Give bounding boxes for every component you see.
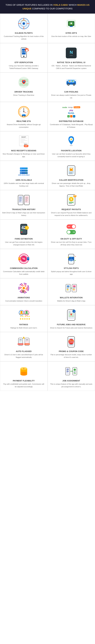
svg-rect-202 — [67, 371, 69, 372]
svg-point-101 — [74, 195, 75, 196]
location-desc: User can set their location's as favouri… — [50, 153, 93, 158]
ratings-icon: ★★ ★★★ ★★★★★ — [17, 308, 31, 322]
database-title: DISTRIBUTED DATABASE — [59, 120, 83, 122]
history-desc: Both Driver's App & Rider's App can see … — [2, 212, 45, 216]
database-desc: Combination of 3 Database, Node-Mongodb … — [50, 123, 93, 128]
svg-text:$: $ — [26, 227, 27, 229]
caller-title: CALLER IDENTIFICATION — [59, 179, 83, 181]
feature-commission: % COMMISSION CALCULATION Commission Calc… — [0, 249, 48, 278]
receipt-desc: Nice Receipt's Designs for Bookings on U… — [2, 153, 45, 158]
svg-rect-16 — [22, 50, 24, 51]
caller-desc: Driver can see passenger details like pi… — [50, 182, 93, 187]
svg-point-33 — [23, 82, 24, 83]
svg-text:★: ★ — [67, 256, 69, 258]
svg-point-2 — [23, 22, 25, 25]
svg-rect-91 — [25, 200, 27, 200]
svg-rect-203 — [67, 372, 68, 372]
history-icon — [17, 193, 31, 207]
svg-point-206 — [74, 369, 76, 371]
native-icon: N CMS — [64, 46, 78, 60]
svg-rect-207 — [74, 372, 76, 372]
carpool-desc: Driver can always switch between Car poo… — [50, 94, 93, 99]
svg-rect-18 — [22, 52, 24, 53]
gyro-desc: Give the best motion of the vehicle on m… — [51, 35, 91, 38]
commission-desc: Commission Calculation with automaticall… — [2, 270, 45, 275]
database-icon: node mongo firebase php MySQL N F M — [64, 105, 78, 119]
svg-text:%: % — [69, 339, 71, 341]
feature-ratings: ★★ ★★★ ★★★★★ RATINGS Ratings for Both Dr… — [0, 305, 48, 332]
svg-rect-167 — [20, 340, 22, 341]
commission-icon-el: % — [17, 252, 31, 266]
tracking-icon — [17, 76, 31, 89]
svg-point-160 — [70, 314, 72, 315]
svg-rect-98 — [69, 202, 73, 203]
carpool-title: CAR POOLING — [64, 91, 78, 93]
header-text-3: COMPARED TO OUR COMPETITORS — [32, 7, 73, 10]
svg-rect-133 — [67, 286, 69, 286]
native-title: NATIVE TECH & MATERIAL UI — [57, 62, 85, 64]
svg-text:%: % — [73, 341, 74, 343]
svg-point-60 — [70, 145, 73, 146]
feature-stylish-pop: ! ★ ★ ★ STYLISH POP'S Stylish popup and … — [48, 249, 95, 278]
feature-on-off-duty: OFF ON ON-DUTY & OFF-DUTY Driver can tur… — [48, 220, 95, 249]
svg-point-129 — [23, 287, 25, 289]
svg-point-66 — [26, 170, 27, 171]
feature-future-jobs: FUTURE JOBS AND RESERVE Driver to Search… — [48, 305, 95, 332]
svg-rect-114 — [18, 257, 21, 260]
svg-rect-142 — [73, 288, 75, 288]
duty-desc: Driver can turn him self On-Duty to acce… — [50, 241, 93, 246]
header-text-2: WHICH — [68, 4, 77, 6]
flagged-title: AUTO FLAGGED — [16, 350, 32, 352]
svg-point-57 — [22, 116, 23, 117]
header-banner: TONS OF GREAT FEATURES INCLUDED IN VOILA… — [0, 0, 95, 14]
features-grid: KALMAN FILTER'S Customised Tracking Algo… — [0, 14, 95, 391]
svg-point-34 — [24, 82, 25, 83]
kalman-title: KALMAN FILTER'S — [15, 32, 33, 34]
animation-desc: Cool animation between View's smooth tra… — [5, 300, 42, 302]
svg-text:!: ! — [24, 337, 24, 338]
duty-title: ON-DUTY & OFF-DUTY — [61, 238, 82, 240]
svg-rect-199 — [67, 369, 69, 369]
svg-rect-140 — [73, 286, 75, 286]
svg-rect-13 — [70, 26, 73, 27]
svg-point-50 — [23, 111, 24, 112]
svg-rect-76 — [69, 173, 72, 173]
svg-rect-68 — [20, 168, 22, 169]
feature-auto-flagged: ON HOLD FLAGGED ! AUTO FLAGGED Driver's … — [0, 332, 48, 362]
svg-text:$: $ — [23, 368, 24, 370]
svg-rect-116 — [27, 257, 29, 260]
flagged-icon: ON HOLD FLAGGED ! — [17, 335, 31, 349]
page-wrapper: TONS OF GREAT FEATURES INCLUDED IN VOILA… — [0, 0, 95, 391]
svg-rect-134 — [67, 287, 69, 288]
svg-point-10 — [70, 22, 72, 24]
feature-kalman-filter: KALMAN FILTER'S Customised Tracking Algo… — [0, 14, 48, 43]
fare-title: FARE ESTIMATION — [15, 238, 33, 240]
scalable-desc: 100% Scalable and can take large loads w… — [2, 182, 45, 187]
svg-point-149 — [26, 311, 28, 313]
promo-desc: Flat or percentage discount model, enjoy… — [50, 354, 93, 358]
kalman-icon — [17, 16, 31, 30]
popup-title: STYLISH POP'S — [64, 267, 79, 269]
svg-rect-130 — [22, 292, 24, 292]
scalable-title: 100% SCALABLE — [16, 179, 32, 181]
feature-favorite-location: FAVORITE LOCATION User can set their loc… — [48, 131, 95, 161]
svg-text:ON HOLD: ON HOLD — [18, 344, 23, 345]
svg-rect-81 — [19, 198, 22, 198]
feature-fare-estimation: 42 $ FARE ESTIMATION User can get Fare e… — [0, 220, 48, 249]
svg-point-43 — [73, 84, 75, 85]
feature-distributed-db: node mongo firebase php MySQL N F M — [48, 102, 95, 131]
payment-title: PAYMENT FLEXIBILITY — [13, 380, 35, 382]
svg-point-74 — [70, 168, 72, 169]
svg-rect-174 — [26, 340, 28, 341]
svg-rect-56 — [22, 114, 25, 115]
futurejobs-title: FUTURE JOBS AND RESERVE — [57, 324, 85, 326]
svg-rect-141 — [73, 287, 75, 288]
feature-payment: $ PAYMENT FLEXIBILITY Pay with credit/de… — [0, 362, 48, 391]
svg-rect-117 — [28, 258, 29, 258]
tracking-desc: Driver Tracking in Real-time — [13, 94, 34, 96]
svg-rect-92 — [25, 200, 28, 201]
svg-rect-200 — [67, 370, 69, 370]
off-toggle: OFF — [67, 224, 76, 229]
popup-icon: ! ★ ★ ★ — [64, 252, 78, 266]
wallets-icon: $ $ — [64, 281, 78, 295]
